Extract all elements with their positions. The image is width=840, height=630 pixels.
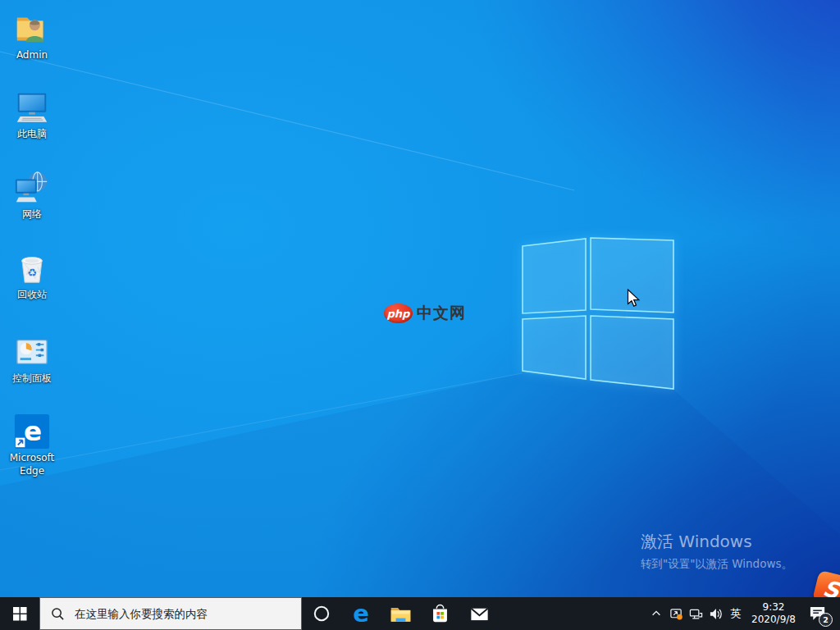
notification-count-badge: 2 xyxy=(819,613,833,627)
php-site-name: 中文网 xyxy=(417,303,466,324)
edge-e-icon: e xyxy=(349,601,373,626)
svg-text:♻: ♻ xyxy=(27,267,37,279)
tray-display-alert-icon[interactable] xyxy=(666,597,686,630)
action-center-button[interactable]: 2 xyxy=(801,597,835,630)
wired-network-icon xyxy=(689,607,703,621)
taskbar-file-explorer-button[interactable] xyxy=(381,597,420,630)
windows-desktop-screen: Admin 此电脑 xyxy=(0,0,840,630)
windows-logo-icon xyxy=(13,607,27,621)
taskbar-search-box[interactable] xyxy=(39,597,302,630)
recycle-bin-icon: ♻ xyxy=(13,249,51,287)
cortana-circle-icon xyxy=(313,605,330,622)
user-folder-icon xyxy=(13,10,51,48)
control-panel-icon xyxy=(13,333,51,371)
activation-title: 激活 Windows xyxy=(641,531,792,553)
desktop-icon-recycle-bin[interactable]: ♻ 回收站 xyxy=(0,249,64,302)
taskbar-edge-button[interactable]: e xyxy=(341,597,381,630)
system-tray: 英 9:32 2020/9/8 2 xyxy=(646,597,840,630)
tray-network-icon[interactable] xyxy=(686,597,705,630)
clock-time: 9:32 xyxy=(751,601,796,614)
taskbar: e xyxy=(0,597,840,630)
clock-date: 2020/9/8 xyxy=(751,614,796,626)
alert-orange-dot xyxy=(677,614,682,619)
tray-volume-icon[interactable] xyxy=(705,597,725,630)
svg-text:e: e xyxy=(353,601,369,626)
computer-monitor-icon xyxy=(13,89,51,126)
desktop-wallpaper: Admin 此电脑 xyxy=(0,0,840,597)
activate-windows-watermark: 激活 Windows 转到"设置"以激活 Windows。 xyxy=(641,531,792,572)
php-logo-badge: php xyxy=(384,304,413,323)
speaker-icon xyxy=(709,607,723,621)
search-icon xyxy=(51,607,65,621)
windows-flag-logo xyxy=(523,238,673,389)
desktop-icon-label: Admin xyxy=(16,49,48,62)
mail-envelope-icon xyxy=(468,603,491,625)
desktop-icon-admin[interactable]: Admin xyxy=(0,10,64,62)
search-input[interactable] xyxy=(73,606,301,621)
microsoft-store-bag-icon xyxy=(429,603,451,625)
desktop-icon-this-pc[interactable]: 此电脑 xyxy=(0,89,64,141)
svg-text:e: e xyxy=(24,417,42,448)
network-globe-monitor-icon xyxy=(13,169,51,207)
start-button[interactable] xyxy=(0,597,39,630)
desktop-icon-label: 回收站 xyxy=(17,289,47,302)
desktop-icon-control-panel[interactable]: 控制面板 xyxy=(0,333,64,386)
display-arrow-icon xyxy=(669,607,683,621)
taskbar-mail-button[interactable] xyxy=(459,597,499,630)
activation-subtitle: 转到"设置"以激活 Windows。 xyxy=(641,557,792,572)
tray-language-indicator[interactable]: 英 xyxy=(725,597,746,630)
tray-clock[interactable]: 9:32 2020/9/8 xyxy=(746,597,801,630)
desktop-icon-label: 控制面板 xyxy=(12,372,52,386)
edge-e-icon: e xyxy=(13,413,51,450)
desktop-icon-network[interactable]: 网络 xyxy=(0,169,64,221)
desktop-icon-label: 网络 xyxy=(22,208,42,221)
folder-icon xyxy=(390,603,412,625)
wallpaper-light-rays-and-windows-logo xyxy=(0,0,840,597)
desktop-icon-label: 此电脑 xyxy=(17,128,47,141)
hidden-icons-chevron[interactable] xyxy=(646,597,666,630)
cortana-button[interactable] xyxy=(302,597,341,630)
desktop-icon-microsoft-edge[interactable]: e Microsoft Edge xyxy=(0,413,64,477)
desktop-icon-label: Microsoft Edge xyxy=(0,452,64,477)
chevron-up-icon xyxy=(651,608,662,619)
taskbar-store-button[interactable] xyxy=(420,597,459,630)
php-cn-watermark: php 中文网 xyxy=(384,303,466,324)
ime-language-label: 英 xyxy=(731,606,742,621)
